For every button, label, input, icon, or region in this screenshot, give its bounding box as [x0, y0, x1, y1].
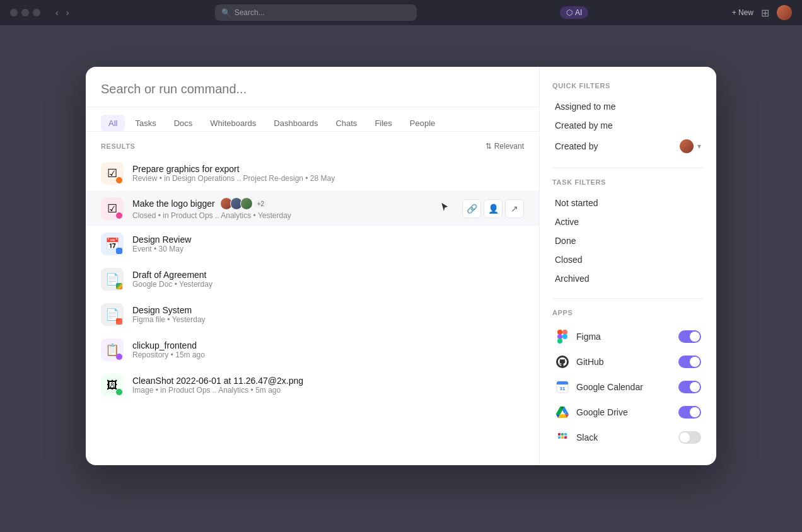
svg-rect-12: [561, 433, 564, 436]
tab-docs[interactable]: Docs: [166, 115, 200, 132]
quick-filters-label: QUICK FILTERS: [552, 82, 704, 90]
divider: [552, 168, 704, 168]
gcal-logo: 31: [556, 381, 569, 393]
filter-created-me[interactable]: Created by me: [552, 116, 704, 135]
tab-files[interactable]: Files: [367, 115, 399, 132]
result-content: Design System Figma file • Yesterday: [132, 305, 524, 324]
assign-button[interactable]: 👤: [484, 199, 503, 218]
result-content: CleanShot 2022-06-01 at 11.26.47@2x.png …: [132, 376, 524, 395]
result-meta: Google Doc • Yesterday: [132, 280, 524, 289]
gcal-toggle[interactable]: [678, 381, 701, 393]
result-content: clickup_frontend Repository • 15m ago: [132, 340, 524, 359]
svg-rect-13: [561, 436, 564, 439]
slack-logo: [556, 431, 569, 444]
filter-active[interactable]: Active: [552, 212, 704, 231]
app-gdrive: Google Drive: [552, 400, 704, 425]
filter-not-started[interactable]: Not started: [552, 194, 704, 212]
filter-assigned[interactable]: Assigned to me: [552, 97, 704, 116]
result-item[interactable]: 📄 Draft of Agreement Google Doc • Yester…: [86, 262, 539, 297]
gdrive-toggle[interactable]: [678, 406, 701, 419]
result-meta: Closed • in Product Ops .. Analytics • Y…: [132, 211, 453, 220]
created-by-avatar: [680, 139, 694, 153]
filter-archived[interactable]: Archived: [552, 269, 704, 288]
status-badge: [116, 389, 122, 395]
result-title: Design Review: [132, 234, 524, 245]
result-title: Design System: [132, 305, 524, 315]
gdrive-logo: [556, 407, 569, 418]
figma-logo: [557, 330, 567, 344]
result-icon: 📅: [101, 233, 124, 255]
filter-created-by-label: Created by: [555, 141, 598, 151]
search-input-area: [86, 67, 539, 107]
result-item[interactable]: 🖼 CleanShot 2022-06-01 at 11.26.47@2x.pn…: [86, 367, 539, 403]
svg-rect-11: [558, 436, 561, 439]
slack-app-icon: [555, 430, 570, 445]
filter-done[interactable]: Done: [552, 231, 704, 250]
figma-toggle[interactable]: [678, 330, 701, 343]
result-title: Prepare graphics for export: [132, 164, 524, 174]
tab-tasks[interactable]: Tasks: [127, 115, 163, 132]
created-by-right: ▾: [680, 139, 701, 153]
slack-toggle[interactable]: [678, 431, 701, 444]
filter-created-by[interactable]: Created by ▾: [552, 135, 704, 158]
filter-created-me-label: Created by me: [555, 120, 613, 130]
right-panel: QUICK FILTERS Assigned to me Created by …: [540, 67, 716, 465]
result-content: Prepare graphics for export Review • in …: [132, 164, 524, 183]
status-badge: [116, 212, 122, 219]
tab-chats[interactable]: Chats: [328, 115, 364, 132]
svg-rect-14: [564, 433, 567, 436]
avatars: +2: [220, 197, 267, 210]
result-title: clickup_frontend: [132, 340, 524, 350]
result-icon: 📄: [101, 268, 124, 291]
svg-rect-3: [557, 338, 562, 344]
result-actions: 🔗 👤 ↗: [462, 199, 524, 218]
result-icon: ☑: [101, 162, 124, 185]
search-modal: All Tasks Docs Whiteboards Dashboards Ch…: [86, 67, 716, 465]
result-item[interactable]: 📋 clickup_frontend Repository • 15m ago: [86, 332, 539, 367]
tab-all[interactable]: All: [101, 115, 125, 132]
result-content: Draft of Agreement Google Doc • Yesterda…: [132, 270, 524, 289]
result-meta: Event • 30 May: [132, 245, 524, 253]
github-logo: [556, 356, 569, 368]
result-item[interactable]: 📅 Design Review Event • 30 May: [86, 226, 539, 262]
result-content: Design Review Event • 30 May: [132, 234, 524, 253]
svg-rect-2: [557, 334, 562, 339]
svg-text:31: 31: [560, 386, 566, 391]
svg-rect-15: [564, 436, 567, 439]
status-badge: [116, 283, 122, 289]
result-meta: Repository • 15m ago: [132, 350, 524, 359]
filter-closed[interactable]: Closed: [552, 250, 704, 269]
result-icon: 📄: [101, 303, 124, 326]
result-content: Make the logo bigger +2 Closed • in Prod…: [132, 197, 453, 220]
app-gcal: 31 Google Calendar: [552, 374, 704, 400]
open-button[interactable]: ↗: [505, 199, 524, 218]
search-input[interactable]: [101, 82, 524, 96]
status-badge: [116, 248, 122, 254]
task-filters-label: TASK FILTERS: [552, 178, 704, 186]
github-toggle[interactable]: [678, 356, 701, 368]
slack-label: Slack: [576, 432, 672, 442]
divider: [552, 298, 704, 299]
modal-backdrop: All Tasks Docs Whiteboards Dashboards Ch…: [0, 0, 802, 532]
result-title: Draft of Agreement: [132, 270, 524, 280]
sort-button[interactable]: ⇅ Relevant: [485, 142, 524, 151]
modal-inner: All Tasks Docs Whiteboards Dashboards Ch…: [86, 67, 716, 465]
result-item[interactable]: ☑ Make the logo bigger +2: [86, 191, 539, 226]
result-item[interactable]: 📄 Design System Figma file • Yesterday: [86, 297, 539, 332]
figma-app-icon: [555, 329, 570, 344]
result-meta: Image • in Product Ops .. Analytics • 5m…: [132, 386, 524, 395]
result-title: Make the logo bigger: [132, 199, 215, 209]
avatar-count: +2: [254, 200, 267, 208]
gdrive-label: Google Drive: [576, 407, 672, 417]
status-badge: [116, 177, 122, 183]
svg-point-4: [562, 334, 567, 339]
figma-label: Figma: [576, 332, 672, 342]
tab-whiteboards[interactable]: Whiteboards: [202, 115, 264, 132]
result-item[interactable]: ☑ Prepare graphics for export Review • i…: [86, 156, 539, 191]
tab-dashboards[interactable]: Dashboards: [266, 115, 325, 132]
github-label: GitHub: [576, 357, 672, 367]
results-area: RESULTS ⇅ Relevant ☑ Prepare graphics fo…: [86, 132, 539, 465]
filter-tabs: All Tasks Docs Whiteboards Dashboards Ch…: [86, 107, 539, 132]
tab-people[interactable]: People: [402, 115, 443, 132]
link-button[interactable]: 🔗: [462, 199, 481, 218]
